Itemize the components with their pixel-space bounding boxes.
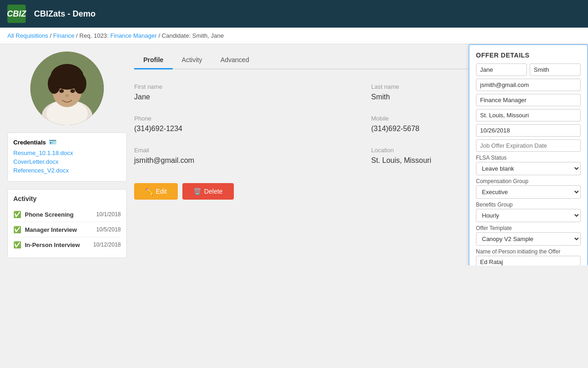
- logo-container: CBIZ CBIZats - Demo: [7, 5, 96, 23]
- offer-flsa-row: Leave blank Exempt Non-Exempt: [476, 162, 581, 175]
- initiator-name-label: Name of Person initiating the Offer: [476, 248, 581, 255]
- offer-compensation-row: Executive Manager Staff: [476, 185, 581, 199]
- email-field: Email jsmith@gmail.com: [134, 147, 344, 165]
- credential-file-1[interactable]: Resume_10.1.18.docx: [13, 150, 121, 156]
- activity-box: Activity ✅ Phone Screening 10/1/2018 ✅ M…: [7, 189, 127, 258]
- offer-benefits-select[interactable]: Hourly Salary Part-Time: [476, 209, 581, 222]
- first-name-value: Jane: [134, 93, 344, 101]
- avatar: [30, 52, 104, 125]
- offer-location-row: [476, 109, 581, 121]
- activity-item-3: ✅ In-Person Interview 10/12/2018: [13, 237, 121, 252]
- svg-point-14: [73, 93, 80, 98]
- compensation-label: Compensation Group: [476, 178, 581, 184]
- svg-point-13: [54, 93, 62, 98]
- offer-template-row: Canopy V2 Sample Standard Executive: [476, 232, 581, 246]
- offer-flsa-select[interactable]: Leave blank Exempt Non-Exempt: [476, 162, 581, 175]
- breadcrumb-all-requisitions[interactable]: All Requisitions: [7, 32, 48, 39]
- offer-benefits-row: Hourly Salary Part-Time: [476, 209, 581, 222]
- offer-details-title: OFFER DETAILS: [476, 52, 581, 59]
- edit-button[interactable]: ✏️ Edit: [134, 183, 178, 200]
- left-sidebar: Credentials 🪪 Resume_10.1.18.docx CoverL…: [7, 52, 127, 258]
- activity-item-1: ✅ Phone Screening 10/1/2018: [13, 207, 121, 222]
- offer-expiration-row: [476, 139, 581, 152]
- svg-point-9: [52, 74, 82, 89]
- edit-icon: ✏️: [145, 188, 153, 195]
- offer-start-date-row: [476, 124, 581, 137]
- flsa-label: FLSA Status: [476, 155, 581, 161]
- phone-value: (314)692-1234: [134, 125, 344, 133]
- credentials-box: Credentials 🪪 Resume_10.1.18.docx CoverL…: [7, 132, 127, 182]
- breadcrumb-finance[interactable]: Finance: [53, 32, 74, 39]
- logo-box: CBIZ: [7, 5, 26, 23]
- credentials-title: Credentials 🪪: [13, 138, 121, 146]
- svg-point-11: [70, 89, 75, 93]
- main-container: Credentials 🪪 Resume_10.1.18.docx CoverL…: [0, 44, 588, 265]
- offer-initiator-name-input[interactable]: [476, 256, 581, 265]
- breadcrumb-req-label: Req. 1023:: [79, 32, 109, 39]
- offer-position-input[interactable]: [476, 94, 581, 106]
- activity-title: Activity: [13, 195, 121, 202]
- phone-label: Phone: [134, 115, 344, 122]
- delete-icon: 🗑️: [193, 188, 201, 195]
- activity-label-2: Manager Interview: [25, 226, 96, 233]
- breadcrumb: All Requisitions / Finance / Req. 1023: …: [0, 28, 588, 44]
- logo-text: CBIZ: [7, 9, 26, 19]
- activity-label-1: Phone Screening: [25, 211, 96, 218]
- benefits-label: Benefits Group: [476, 201, 581, 208]
- activity-date-1: 10/1/2018: [96, 211, 121, 218]
- avatar-container: [7, 52, 127, 125]
- first-name-field: First name Jane: [134, 83, 344, 101]
- activity-check-3: ✅: [13, 241, 21, 248]
- offer-start-date-input[interactable]: [476, 124, 581, 137]
- app-header: CBIZ CBIZats - Demo: [0, 0, 588, 28]
- avatar-image: [30, 52, 104, 125]
- activity-label-3: In-Person Interview: [25, 242, 93, 248]
- activity-date-3: 10/12/2018: [93, 242, 121, 248]
- offer-compensation-select[interactable]: Executive Manager Staff: [476, 185, 581, 199]
- offer-location-input[interactable]: [476, 109, 581, 121]
- offer-template-select[interactable]: Canopy V2 Sample Standard Executive: [476, 232, 581, 246]
- offer-email-input[interactable]: [476, 79, 581, 91]
- credential-file-3[interactable]: References_V2.docx: [13, 167, 121, 174]
- template-label: Offer Template: [476, 225, 581, 231]
- activity-item-2: ✅ Manager Interview 10/5/2018: [13, 222, 121, 237]
- credential-file-2[interactable]: CoverLetter.docx: [13, 158, 121, 165]
- first-name-label: First name: [134, 83, 344, 90]
- tab-advanced[interactable]: Advanced: [211, 52, 258, 69]
- activity-check-1: ✅: [13, 211, 21, 218]
- credentials-icon: 🪪: [49, 138, 57, 146]
- activity-check-2: ✅: [13, 226, 21, 233]
- tab-profile[interactable]: Profile: [134, 52, 173, 69]
- breadcrumb-candidate: Candidate: Smith, Jane: [162, 32, 224, 39]
- breadcrumb-req-link[interactable]: Finance Manager: [110, 32, 157, 39]
- email-value: jsmith@gmail.com: [134, 156, 344, 165]
- phone-field: Phone (314)692-1234: [134, 115, 344, 133]
- svg-point-10: [59, 89, 64, 93]
- tab-activity[interactable]: Activity: [173, 52, 211, 69]
- offer-first-name-input[interactable]: [476, 63, 527, 76]
- offer-position-row: [476, 94, 581, 106]
- offer-expiration-input[interactable]: [476, 139, 581, 152]
- offer-name-row: [476, 63, 581, 76]
- activity-date-2: 10/5/2018: [96, 226, 121, 233]
- delete-button[interactable]: 🗑️ Delete: [182, 183, 233, 200]
- offer-last-name-input[interactable]: [530, 63, 581, 76]
- offer-details-panel: OFFER DETAILS FLSA Status: [469, 44, 588, 265]
- offer-initiator-name-row: [476, 256, 581, 265]
- offer-email-row: [476, 79, 581, 91]
- email-label: Email: [134, 147, 344, 154]
- app-title: CBIZats - Demo: [34, 9, 96, 19]
- svg-point-12: [65, 94, 69, 97]
